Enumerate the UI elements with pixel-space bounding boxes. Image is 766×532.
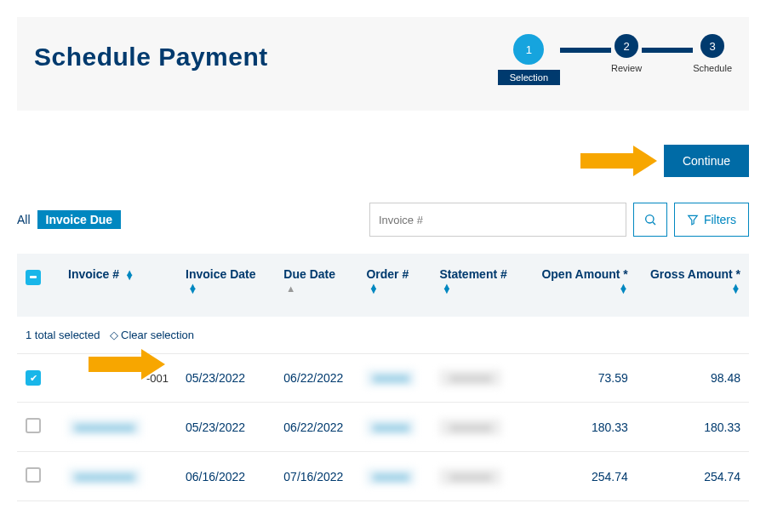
step-3: 3 Schedule [693, 34, 732, 73]
sort-icon: ▲▼ [442, 284, 451, 293]
tab-all[interactable]: All [17, 213, 31, 226]
col-due-date-label: Due Date [283, 267, 335, 281]
stepper: 1 Selection 2 Review 3 Schedule [498, 34, 732, 85]
search-group: Filters [369, 203, 749, 237]
step-2-label: Review [611, 63, 642, 73]
col-invoice-date-label: Invoice Date [186, 267, 255, 281]
col-open-amount[interactable]: Open Amount * ▲▼ [528, 254, 637, 317]
cell-order-no: xxxxxx [366, 419, 415, 436]
step-3-label: Schedule [693, 63, 732, 73]
step-2: 2 Review [611, 34, 642, 73]
sort-icon: ▲▼ [369, 284, 378, 293]
cell-invoice-date: 05/23/2022 [177, 403, 275, 452]
svg-marker-2 [689, 215, 698, 225]
tab-invoice-due[interactable]: Invoice Due [37, 210, 122, 229]
cell-due-date: 07/16/2022 [275, 452, 357, 501]
step-1: 1 Selection [498, 34, 560, 85]
col-open-amount-label: Open Amount * [541, 267, 627, 281]
table-row: xxxxxxxxxx 06/16/2022 07/16/2022 xxxxxx … [17, 452, 749, 501]
continue-button[interactable]: Continue [664, 145, 749, 177]
search-input[interactable] [370, 203, 626, 236]
page-wrap: Schedule Payment 1 Selection 2 Review 3 … [0, 0, 766, 518]
step-connector [560, 48, 611, 53]
tools-row: All Invoice Due Filters [17, 203, 749, 237]
cell-gross-amount: 98.48 [637, 354, 749, 403]
col-statement-no[interactable]: Statement # ▲▼ [431, 254, 527, 317]
col-order-no[interactable]: Order # ▲▼ [357, 254, 431, 317]
step-3-circle: 3 [700, 34, 724, 58]
cell-gross-amount: 254.74 [637, 452, 749, 501]
cell-open-amount: 254.74 [528, 452, 637, 501]
action-row: Continue [17, 145, 749, 177]
search-button[interactable] [633, 203, 667, 237]
col-gross-amount[interactable]: Gross Amount * ▲▼ [637, 254, 749, 317]
filters-button[interactable]: Filters [674, 203, 749, 237]
search-box [369, 203, 626, 237]
col-order-no-label: Order # [366, 267, 409, 281]
sort-icon: ▲▼ [188, 284, 197, 293]
col-invoice-no-label: Invoice # [68, 267, 119, 281]
col-gross-amount-label: Gross Amount * [650, 267, 740, 281]
cell-statement-no: xxxxxxx [439, 468, 501, 485]
col-invoice-no[interactable]: Invoice # ▲▼ [60, 254, 177, 317]
col-due-date[interactable]: Due Date ▲ [275, 254, 357, 317]
tabs: All Invoice Due [17, 210, 121, 229]
sort-icon: ▲▼ [619, 284, 628, 293]
clear-selection-link[interactable]: ◇Clear selection [110, 329, 194, 341]
invoice-table: Invoice # ▲▼ Invoice Date ▲▼ Due Date ▲ … [17, 254, 749, 501]
header-band: Schedule Payment 1 Selection 2 Review 3 … [17, 17, 749, 111]
select-all-checkbox[interactable] [26, 270, 41, 285]
cell-gross-amount: 180.33 [637, 403, 749, 452]
cell-invoice-date: 05/23/2022 [177, 354, 275, 403]
row-checkbox[interactable] [26, 418, 41, 433]
sort-icon: ▲▼ [731, 284, 740, 293]
step-2-circle: 2 [615, 34, 638, 58]
selection-bar: 1 total selected ◇Clear selection [17, 317, 749, 354]
cell-open-amount: 73.59 [528, 354, 637, 403]
sort-icon: ▲ [286, 287, 295, 291]
cell-order-no: xxxxxx [366, 369, 415, 386]
table-row: -001 05/23/2022 06/22/2022 xxxxxx xxxxxx… [17, 354, 749, 403]
cell-open-amount: 180.33 [528, 403, 637, 452]
cell-invoice-date: 06/16/2022 [177, 452, 275, 501]
selection-count: 1 total selected [26, 329, 100, 341]
svg-point-0 [646, 215, 654, 223]
svg-line-1 [653, 222, 655, 225]
cell-due-date: 06/22/2022 [275, 354, 357, 403]
table-row: xxxxxxxxxx 05/23/2022 06/22/2022 xxxxxx … [17, 403, 749, 452]
col-invoice-date[interactable]: Invoice Date ▲▼ [177, 254, 275, 317]
page-title: Schedule Payment [34, 43, 268, 72]
step-1-circle: 1 [513, 34, 544, 65]
filters-label: Filters [704, 213, 736, 226]
cell-order-no: xxxxxx [366, 468, 415, 485]
search-icon [643, 213, 657, 226]
cell-statement-no: xxxxxxx [439, 369, 501, 386]
arrow-annotation [580, 146, 657, 176]
cell-due-date: 06/22/2022 [275, 403, 357, 452]
row-checkbox[interactable] [26, 467, 41, 483]
col-statement-no-label: Statement # [439, 267, 506, 281]
step-connector [642, 48, 693, 53]
cell-statement-no: xxxxxxx [439, 419, 501, 436]
table-header: Invoice # ▲▼ Invoice Date ▲▼ Due Date ▲ … [17, 254, 749, 317]
cell-invoice-no: xxxxxxxxxx [68, 468, 141, 485]
step-1-label: Selection [498, 70, 560, 85]
clear-selection-label: Clear selection [121, 329, 194, 341]
row-checkbox[interactable] [26, 370, 41, 386]
sort-icon: ▲▼ [125, 271, 134, 279]
arrow-annotation [89, 349, 165, 380]
filter-icon [687, 214, 699, 226]
cell-invoice-no: xxxxxxxxxx [68, 419, 141, 436]
eraser-icon: ◇ [110, 329, 118, 341]
